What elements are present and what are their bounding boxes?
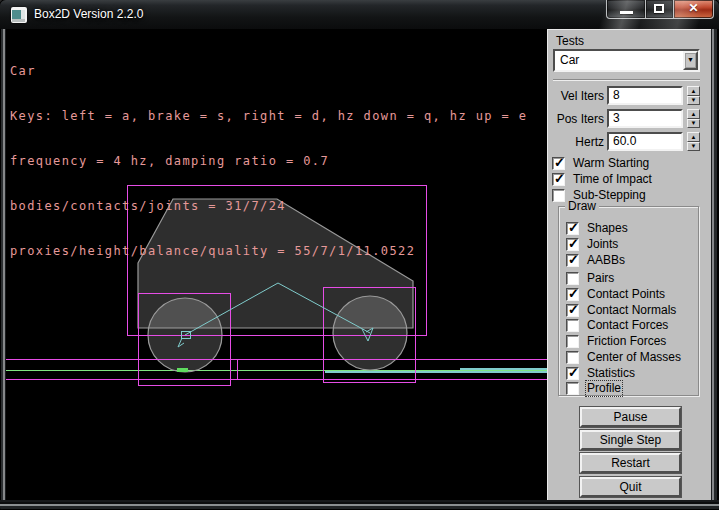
vel-iters-spin-up[interactable]: ▲ [687, 86, 700, 96]
draw-group-title: Draw [565, 200, 599, 213]
center-of-masses-label: Center of Masses [587, 351, 681, 364]
contact-point-marker [177, 368, 188, 372]
checkbox-statistics[interactable]: ✓ Statistics [566, 367, 635, 380]
checkbox-center-of-masses[interactable]: ✓ Center of Masses [566, 351, 681, 364]
vel-iters-spin-down[interactable]: ▼ [687, 96, 700, 106]
check-icon: ✓ [568, 236, 579, 251]
stats-line: Keys: left = a, brake = s, right = d, hz… [10, 109, 527, 124]
close-button[interactable]: ✕ [673, 0, 714, 19]
pairs-label: Pairs [587, 272, 614, 285]
quit-button[interactable]: Quit [580, 477, 681, 497]
pos-iters-spinner: ▲ ▼ [687, 109, 700, 128]
hertz-row: Hertz 60.0 ▲ ▼ [547, 132, 711, 151]
maximize-button[interactable] [646, 0, 673, 19]
vel-iters-field[interactable]: 8 [607, 86, 683, 105]
maximize-icon [654, 4, 664, 13]
hertz-spin-up[interactable]: ▲ [687, 132, 700, 142]
contact-normals-label: Contact Normals [587, 304, 676, 317]
close-icon: ✕ [674, 1, 713, 15]
draw-group-box: Draw ✓ Shapes ✓ Joints ✓ AABBs ✓ Pairs ✓… [558, 206, 699, 396]
arrow-up-icon: ▲ [688, 134, 699, 140]
check-icon: ✓ [568, 365, 579, 380]
checkbox-contact-forces[interactable]: ✓ Contact Forces [566, 319, 668, 332]
window-frame-bottom [0, 500, 719, 510]
tests-label: Tests [556, 35, 584, 48]
pause-button[interactable]: Pause [580, 407, 681, 427]
profile-label: Profile [587, 382, 621, 395]
checkbox-shapes[interactable]: ✓ Shapes [566, 222, 628, 235]
caption-button-group: ✕ [606, 0, 714, 19]
chevron-down-icon: ▼ [685, 56, 696, 63]
checkbox-warm-starting[interactable]: ✓ Warm Starting [552, 157, 649, 170]
title-bar[interactable]: Box2D Version 2.2.0 ✕ [0, 0, 719, 29]
pos-iters-label: Pos Iters [547, 112, 604, 126]
app-window: Box2D Version 2.2.0 ✕ [0, 0, 719, 510]
app-icon-teal-pane [12, 10, 21, 19]
vel-iters-label: Vel Iters [547, 89, 604, 103]
checkbox-friction-forces[interactable]: ✓ Friction Forces [566, 335, 666, 348]
separator [553, 79, 700, 81]
hertz-spinner: ▲ ▼ [687, 132, 700, 151]
stats-line: Car [10, 64, 527, 79]
tests-dropdown-value: Car [555, 51, 683, 70]
checkbox-profile[interactable]: ✓ Profile [566, 382, 621, 395]
check-icon: ✓ [568, 252, 579, 267]
checkbox-time-of-impact[interactable]: ✓ Time of Impact [552, 173, 652, 186]
simulation-viewport[interactable]: Car Keys: left = a, brake = s, right = d… [6, 29, 547, 500]
hertz-label: Hertz [547, 135, 604, 149]
app-icon-bottom-pane [12, 19, 25, 22]
check-icon: ✓ [554, 155, 565, 170]
tests-dropdown-button[interactable]: ▼ [683, 51, 698, 70]
warm-starting-label: Warm Starting [573, 157, 649, 170]
minimize-button[interactable] [606, 0, 646, 19]
checkbox-aabbs[interactable]: ✓ AABBs [566, 254, 625, 267]
window-title: Box2D Version 2.2.0 [34, 0, 143, 29]
check-icon: ✓ [568, 220, 579, 235]
check-icon: ✓ [568, 286, 579, 301]
tests-dropdown[interactable]: Car ▼ [553, 49, 700, 72]
pos-iters-row: Pos Iters 3 ▲ ▼ [547, 109, 711, 128]
hertz-spin-down[interactable]: ▼ [687, 142, 700, 152]
checkbox-pairs[interactable]: ✓ Pairs [566, 272, 614, 285]
arrow-down-icon: ▼ [688, 97, 699, 103]
app-icon [11, 7, 27, 23]
window-frame-right [711, 29, 719, 500]
arrow-down-icon: ▼ [688, 143, 699, 149]
joints-label: Joints [587, 238, 618, 251]
control-panel: Tests Car ▼ Vel Iters 8 ▲ ▼ Pos Iters 3 … [547, 29, 711, 500]
checkbox-contact-normals[interactable]: ✓ Contact Normals [566, 304, 676, 317]
minimize-icon [620, 11, 633, 14]
shapes-label: Shapes [587, 222, 628, 235]
restart-button[interactable]: Restart [580, 453, 681, 473]
vel-iters-spinner: ▲ ▼ [687, 86, 700, 105]
check-icon: ✓ [568, 302, 579, 317]
statistics-label: Statistics [587, 367, 635, 380]
pos-iters-spin-up[interactable]: ▲ [687, 109, 700, 119]
vel-iters-row: Vel Iters 8 ▲ ▼ [547, 86, 711, 105]
aabbs-label: AABBs [587, 254, 625, 267]
arrow-up-icon: ▲ [688, 88, 699, 94]
stats-line: proxies/height/balance/quality = 55/7/1/… [10, 244, 527, 259]
checkbox-contact-points[interactable]: ✓ Contact Points [566, 288, 665, 301]
arrow-up-icon: ▲ [688, 111, 699, 117]
stats-line: bodies/contacts/joints = 31/7/24 [10, 199, 527, 214]
contact-points-label: Contact Points [587, 288, 665, 301]
arrow-down-icon: ▼ [688, 120, 699, 126]
friction-forces-label: Friction Forces [587, 335, 666, 348]
single-step-button[interactable]: Single Step [580, 430, 681, 450]
hertz-field[interactable]: 60.0 [607, 132, 683, 151]
pos-iters-spin-down[interactable]: ▼ [687, 119, 700, 129]
time-of-impact-label: Time of Impact [573, 173, 652, 186]
pos-iters-field[interactable]: 3 [607, 109, 683, 128]
app-icon-light-pane [21, 10, 25, 19]
checkbox-joints[interactable]: ✓ Joints [566, 238, 618, 251]
stats-line: frequency = 4 hz, damping ratio = 0.7 [10, 154, 527, 169]
check-icon: ✓ [554, 171, 565, 186]
contact-forces-label: Contact Forces [587, 319, 668, 332]
debug-stats-text: Car Keys: left = a, brake = s, right = d… [10, 34, 527, 289]
